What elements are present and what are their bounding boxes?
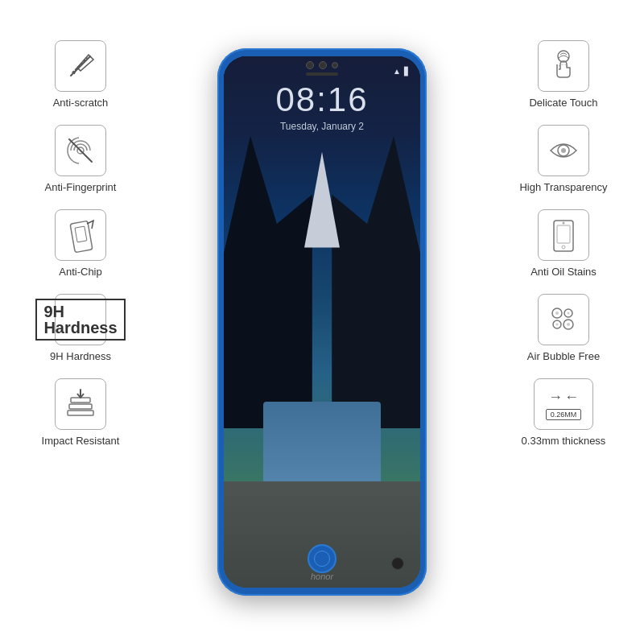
- main-container: Anti-scratch Anti-Fingerprint: [0, 0, 644, 644]
- impact-icon-box: [55, 378, 106, 430]
- phone-outer-shell: ▲ ▋ 08:16 Tuesday, January 2: [217, 48, 427, 596]
- svg-point-26: [567, 323, 570, 326]
- bubble-icon: [546, 302, 581, 337]
- svg-point-17: [563, 222, 565, 225]
- feature-high-transparency: High Transparency: [499, 125, 628, 193]
- camera-dot-right: [319, 61, 327, 69]
- svg-point-24: [556, 324, 559, 326]
- anti-oil-icon-box: [538, 209, 589, 261]
- high-transparency-label: High Transparency: [519, 181, 607, 193]
- anti-scratch-icon-box: [55, 40, 106, 92]
- phone-screen-area: ▲ ▋ 08:16 Tuesday, January 2: [224, 56, 420, 588]
- home-button-inner: [314, 551, 330, 567]
- svg-line-5: [69, 139, 92, 162]
- svg-rect-8: [68, 411, 93, 415]
- camera-dot-left: [306, 61, 314, 69]
- delicate-touch-label: Delicate Touch: [529, 97, 597, 109]
- air-bubble-icon-box: [538, 294, 589, 345]
- impact-resistant-label: Impact Resistant: [42, 435, 120, 447]
- feature-anti-fingerprint: Anti-Fingerprint: [16, 125, 145, 193]
- features-right: Delicate Touch High Transparency: [499, 40, 628, 447]
- chip-icon: [64, 217, 97, 253]
- feature-delicate-touch: Delicate Touch: [499, 40, 628, 109]
- air-bubble-label: Air Bubble Free: [527, 350, 600, 362]
- svg-point-22: [568, 312, 570, 315]
- feature-anti-oil: Anti Oil Stains: [499, 209, 628, 278]
- svg-point-12: [558, 51, 569, 62]
- sensor-dot: [332, 62, 338, 68]
- 9h-text: 9H Hardness: [35, 299, 125, 341]
- svg-rect-16: [557, 225, 570, 243]
- phone-wallpaper: ▲ ▋ 08:16 Tuesday, January 2: [224, 56, 420, 588]
- phone-device: ▲ ▋ 08:16 Tuesday, January 2: [217, 48, 427, 596]
- arrow-right-icon: →: [548, 389, 563, 406]
- impact-icon: [63, 388, 98, 420]
- scratch-icon: [64, 50, 97, 82]
- svg-rect-7: [75, 226, 87, 242]
- thickness-label: 0.33mm thickness: [522, 435, 606, 447]
- screen-protector-overlay: [224, 56, 420, 588]
- svg-marker-2: [77, 55, 93, 71]
- feature-anti-scratch: Anti-scratch: [16, 40, 145, 109]
- feature-anti-chip: Anti-Chip: [16, 209, 145, 278]
- 9h-icon-box: 9H Hardness: [55, 294, 106, 345]
- 9h-hardness-label: 9H Hardness: [50, 350, 111, 362]
- home-button[interactable]: [308, 544, 336, 573]
- thickness-value: 0.26MM: [546, 409, 582, 420]
- anti-oil-label: Anti Oil Stains: [530, 266, 597, 278]
- camera-bottom: [391, 557, 404, 570]
- speaker-slot: [306, 72, 338, 76]
- svg-point-18: [562, 246, 565, 249]
- anti-scratch-label: Anti-scratch: [53, 97, 109, 109]
- svg-rect-9: [69, 404, 92, 409]
- high-transparency-icon-box: [538, 125, 589, 176]
- feature-impact-resistant: Impact Resistant: [16, 378, 145, 447]
- anti-fingerprint-icon-box: [55, 125, 106, 176]
- delicate-touch-icon-box: [538, 40, 589, 92]
- phone-top-area: [217, 56, 427, 97]
- svg-line-0: [71, 56, 90, 76]
- svg-point-14: [561, 148, 566, 153]
- feature-air-bubble: Air Bubble Free: [499, 294, 628, 362]
- features-left: Anti-scratch Anti-Fingerprint: [16, 40, 145, 447]
- svg-rect-6: [70, 221, 93, 252]
- arrow-left-icon: ←: [564, 389, 579, 406]
- feature-thickness: → ← 0.26MM 0.33mm thickness: [499, 378, 628, 447]
- anti-oil-icon: [547, 217, 580, 253]
- anti-chip-label: Anti-Chip: [59, 266, 101, 278]
- touch-icon: [546, 48, 581, 84]
- fingerprint-icon: [63, 133, 98, 168]
- brand-name: honor: [311, 572, 333, 581]
- thickness-icon-box: → ← 0.26MM: [534, 378, 593, 430]
- eye-icon: [546, 133, 581, 168]
- svg-point-20: [555, 312, 559, 315]
- camera-area: [306, 61, 338, 69]
- anti-fingerprint-label: Anti-Fingerprint: [45, 181, 117, 193]
- feature-9h-hardness: 9H Hardness 9H Hardness: [16, 294, 145, 362]
- anti-chip-icon-box: [55, 209, 106, 261]
